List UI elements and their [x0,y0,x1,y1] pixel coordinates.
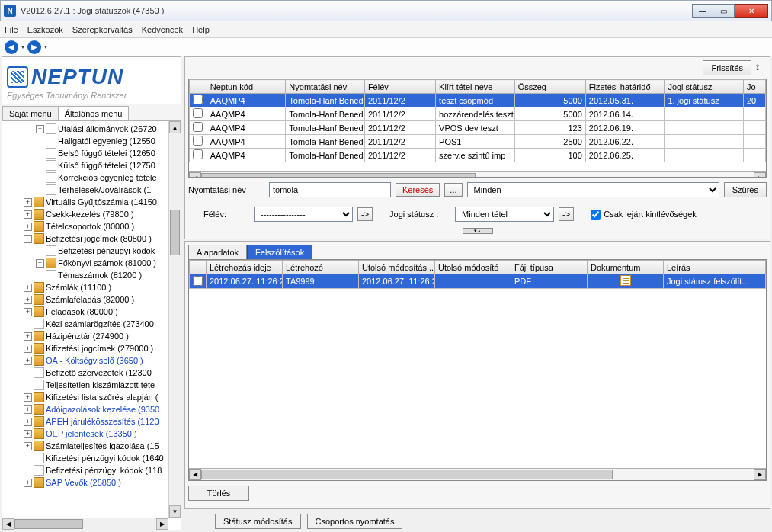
tree-item[interactable]: +Tételcsoportok (80000 ) [2,220,181,232]
collapse-icon[interactable]: - [24,235,32,243]
subgrid-scroll-right-icon[interactable]: ▶ [754,469,766,480]
forward-dropdown-icon[interactable]: ▾ [43,43,49,50]
column-header[interactable]: Jogi státusz [665,80,744,94]
scroll-left-icon[interactable]: ◀ [2,518,14,530]
print-name-input[interactable] [269,182,391,197]
column-header[interactable]: Utolsó módosító [435,261,511,274]
scroll-up-icon[interactable]: ▲ [169,121,181,133]
tree-item[interactable]: Befizetési pénzügyi kódok (118 [2,464,181,476]
tree-item[interactable]: +Virtuális Gyűjtőszámla (14150 [2,196,181,208]
tree-item[interactable]: +Főkönyvi számok (81000 ) [2,257,181,269]
column-header[interactable]: Nyomtatási név [286,80,365,94]
column-header[interactable]: Félév [364,80,435,94]
tree-item[interactable]: Korrekciós egyenleg tétele [2,171,181,184]
tree-item[interactable]: +Kifizetési lista szűrés alapján ( [2,391,181,403]
grid-hscrollbar[interactable]: ◀ ▶ [189,171,766,178]
row-checkbox[interactable] [193,136,203,146]
expand-icon[interactable]: + [24,296,32,304]
row-checkbox[interactable] [193,276,203,286]
tree-item[interactable]: +Számlateljesítés igazolása (15 [2,440,181,452]
tree-item[interactable]: Befizetési pénzügyi kódok [2,245,181,257]
row-checkbox[interactable] [193,149,203,159]
column-header[interactable]: Fizetési határidő [585,80,665,94]
tree-item[interactable]: Kézi számlarögzítés (273400 [2,318,181,330]
column-header[interactable]: Dokumentum [588,261,664,274]
menu-kedvencek[interactable]: Kedvencek [142,25,183,34]
tree-item[interactable]: +Utalási állományok (26720 [2,123,181,135]
tree-item[interactable]: +SAP Vevők (25850 ) [2,476,181,489]
tree-item[interactable]: -Befizetési jogcímek (80800 ) [2,232,181,245]
search-button[interactable]: Keresés [396,183,440,197]
row-checkbox[interactable] [193,95,203,104]
column-header[interactable]: Kiírt tétel neve [436,80,515,94]
scroll-thumb[interactable] [170,210,180,255]
grid-scroll-left-icon[interactable]: ◀ [189,172,201,178]
expand-icon[interactable]: + [36,259,44,268]
table-row[interactable]: AAQMP4Tomola-Hanf Bened2011/12/2POS12500… [190,135,766,149]
tree-item[interactable]: Teljesítetlen kiszámlázott téte [2,379,181,391]
tree-item[interactable]: +OA - Költségviselő (3650 ) [2,354,181,367]
jogi-select[interactable]: Minden tétel [455,207,554,222]
status-modify-button[interactable]: Státusz módosítás [215,514,301,529]
subgrid-scroll-left-icon[interactable]: ◀ [189,469,201,480]
tree-item[interactable]: +Feladások (80000 ) [2,306,181,318]
expand-icon[interactable]: + [24,405,32,414]
expand-icon[interactable]: + [24,308,32,316]
tree-item[interactable]: +Kifizetési jogcímek (279000 ) [2,342,181,354]
jogi-arrow-button[interactable]: -> [559,207,574,221]
scroll-right-icon[interactable]: ▶ [156,518,168,530]
expand-icon[interactable]: + [36,125,44,133]
tab-alapadatok[interactable]: Alapadatok [188,245,247,260]
row-checkbox[interactable] [193,108,203,118]
expand-icon[interactable]: + [24,345,32,353]
close-button[interactable]: ✕ [735,4,768,18]
felev-select[interactable]: ---------------- [254,207,353,222]
column-header[interactable]: Leírás [664,261,766,274]
pin-icon[interactable]: ⟟ [756,62,767,73]
document-icon[interactable] [620,275,631,286]
expand-icon[interactable]: + [24,393,32,402]
expand-icon[interactable]: + [24,332,32,341]
table-row[interactable]: 2012.06.27. 11:26:2 TA9999 2012.06.27. 1… [190,274,766,289]
expand-icon[interactable]: + [24,223,32,231]
dots-button[interactable]: ... [444,183,462,197]
table-row[interactable]: AAQMP4Tomola-Hanf Bened2011/12/2teszt cs… [190,94,766,107]
tree-hscrollbar[interactable]: ◀ ▶ [2,518,168,530]
tree-item[interactable]: +Adóigazolások kezelése (9350 [2,403,181,415]
tree-item[interactable]: Hallgatói egyenleg (12550 [2,135,181,147]
expired-checkbox[interactable] [591,210,601,220]
column-header[interactable] [190,261,207,274]
group-print-button[interactable]: Csoportos nyomtatás [307,514,403,529]
expand-icon[interactable]: + [24,442,32,450]
back-icon[interactable]: ◀ [5,40,18,54]
menu-file[interactable]: File [5,25,18,34]
subgrid-scroll-thumb[interactable] [201,470,613,479]
tree-item[interactable]: +Csekk-kezelés (79800 ) [2,208,181,220]
column-header[interactable]: Létrehozás ideje [207,261,283,274]
tree-item[interactable]: Kifizetési pénzügyi kódok (1640 [2,452,181,464]
splitter[interactable]: ▾ ▴ [188,226,767,236]
main-grid[interactable]: Neptun kódNyomtatási névFélévKiírt tétel… [188,79,767,178]
grid-scroll-right-icon[interactable]: ▶ [754,172,766,178]
forward-icon[interactable]: ▶ [27,40,41,54]
tree-vscrollbar[interactable]: ▲ ▼ [168,121,181,518]
tree-item[interactable]: Külső függő tételei (12750 [2,159,181,171]
tree-item[interactable]: Terhelések/Jóváírások (1 [2,184,181,196]
sub-grid[interactable]: Létrehozás idejeLétrehozóUtolsó módosítá… [188,259,767,481]
expand-icon[interactable]: + [24,198,32,207]
column-header[interactable]: Neptun kód [207,80,286,94]
menu-eszkozok[interactable]: Eszközök [27,25,63,34]
scroll-hthumb[interactable] [14,519,83,529]
expand-icon[interactable]: + [24,479,32,487]
tree-item[interactable]: +Számlák (11100 ) [2,281,181,293]
scroll-down-icon[interactable]: ▼ [169,505,181,518]
filter-button[interactable]: Szűrés [724,182,767,197]
expand-icon[interactable]: + [24,284,32,292]
row-checkbox[interactable] [193,122,203,132]
felev-arrow-button[interactable]: -> [357,207,373,221]
column-header[interactable]: Utolsó módosítás ... [359,261,435,274]
tab-sajat-menu[interactable]: Saját menü [2,106,59,120]
menu-help[interactable]: Help [192,25,210,34]
tree-item[interactable]: Befizető szervezetek (12300 [2,367,181,379]
scope-select[interactable]: Minden [467,182,719,197]
